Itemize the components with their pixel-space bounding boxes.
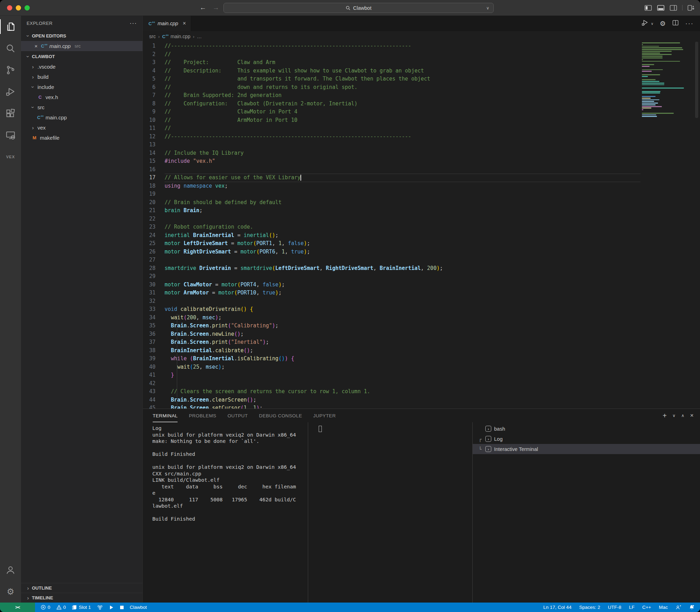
line-number[interactable]: 23 [143, 223, 165, 231]
tree-item-maincpp[interactable]: C++main.cpp [21, 112, 143, 123]
line-number[interactable]: 7 [143, 91, 165, 100]
status-utf8[interactable]: UTF-8 [608, 605, 621, 610]
tree-item-vex[interactable]: ›vex [21, 123, 143, 133]
line-number[interactable]: 30 [143, 281, 165, 289]
line-number[interactable]: 39 [143, 355, 165, 363]
maximize-panel-icon[interactable]: ∧ [681, 413, 684, 418]
code-line[interactable]: 2// [143, 50, 700, 59]
panel-tab-debug-console[interactable]: DEBUG CONSOLE [259, 409, 302, 422]
code-line[interactable]: 8// Configuration: Clawbot (Drivetrain 2… [143, 100, 700, 108]
code-line[interactable]: 12//------------------------------------… [143, 133, 700, 141]
code-line[interactable]: 7// Brain Supported: 2nd generation [143, 91, 700, 100]
slot-icon[interactable]: Slot 1 [72, 605, 91, 610]
explorer-icon[interactable] [0, 16, 21, 37]
line-number[interactable]: 32 [143, 297, 165, 306]
open-editor-item[interactable]: ×C++main.cppsrc [21, 41, 143, 51]
line-number[interactable]: 35 [143, 322, 165, 330]
settings-gear-icon[interactable]: ⚙ [0, 581, 21, 603]
line-number[interactable]: 4 [143, 67, 165, 75]
code-line[interactable]: 11// [143, 124, 700, 133]
search-icon[interactable] [0, 37, 21, 59]
code-line[interactable]: 21brain Brain; [143, 207, 700, 215]
line-number[interactable]: 8 [143, 100, 165, 108]
terminal-list-item[interactable]: ›bash [473, 424, 700, 434]
line-number[interactable]: 20 [143, 199, 165, 207]
code-line[interactable]: 23// Robot configuration code. [143, 223, 700, 231]
line-number[interactable]: 37 [143, 338, 165, 347]
command-center-search[interactable]: Clawbot ∨ [223, 3, 494, 13]
chevron-down-icon[interactable]: ∨ [486, 6, 490, 11]
code-line[interactable]: 31motor ArmMotor = motor(PORT10, true); [143, 289, 700, 297]
line-number[interactable]: 25 [143, 239, 165, 248]
tab-main-cpp[interactable]: C++ main.cpp × [143, 16, 191, 31]
interactive-terminal-pane[interactable] [308, 422, 473, 603]
status-mac[interactable]: Mac [659, 605, 668, 610]
run-or-debug-icon[interactable] [641, 19, 649, 28]
code-line[interactable]: 9// ClawMotor in Port 4 [143, 108, 700, 116]
line-number[interactable]: 13 [143, 141, 165, 149]
split-editor-icon[interactable] [672, 19, 679, 28]
extensions-icon[interactable] [0, 103, 21, 124]
line-number[interactable]: 41 [143, 371, 165, 380]
line-number[interactable]: 5 [143, 75, 165, 83]
new-terminal-icon[interactable]: + [663, 412, 667, 420]
code-line[interactable]: 28smartdrive Drivetrain = smartdrive(Lef… [143, 264, 700, 273]
tree-item-build[interactable]: ›build [21, 72, 143, 82]
close-panel-icon[interactable]: × [690, 412, 694, 419]
code-line[interactable]: 33void calibrateDrivetrain() { [143, 305, 700, 314]
code-line[interactable]: 18using namespace vex; [143, 182, 700, 190]
code-line[interactable]: 24inertial BrainInertial = inertial(); [143, 231, 700, 240]
account-icon[interactable] [0, 559, 21, 581]
code-line[interactable]: 5// and transports it forward. The Clawb… [143, 75, 700, 83]
line-number[interactable]: 19 [143, 190, 165, 199]
code-line[interactable]: 4// Description: This example will show … [143, 67, 700, 75]
code-line[interactable]: 36 Brain.Screen.newLine(); [143, 330, 700, 339]
line-number[interactable]: 26 [143, 248, 165, 256]
history-back-icon[interactable]: ← [200, 4, 206, 12]
more-actions-icon[interactable]: ··· [685, 20, 694, 27]
line-number[interactable]: 29 [143, 272, 165, 281]
code-line[interactable]: 15#include "vex.h" [143, 157, 700, 166]
breadcrumb[interactable]: src›C++main.cpp›… [143, 31, 700, 42]
tree-item-include[interactable]: ›include [21, 82, 143, 92]
vex-icon[interactable]: VEX [0, 146, 21, 168]
line-number[interactable]: 40 [143, 363, 165, 371]
remote-indicator[interactable]: >< [0, 603, 35, 612]
code-line[interactable]: 6// down and returns to its original spo… [143, 83, 700, 92]
status-spaces[interactable]: Spaces: 2 [579, 605, 600, 610]
line-number[interactable]: 3 [143, 58, 165, 67]
line-number[interactable]: 24 [143, 231, 165, 240]
line-number[interactable]: 10 [143, 116, 165, 125]
line-number[interactable]: 27 [143, 256, 165, 264]
code-line[interactable]: 3// Project: Claw and Arm [143, 58, 700, 67]
feedback-icon[interactable] [675, 605, 681, 610]
panel-tab-terminal[interactable]: TERMINAL [153, 409, 178, 422]
customize-layout-icon[interactable] [687, 5, 694, 11]
line-number[interactable]: 14 [143, 149, 165, 158]
line-number[interactable]: 22 [143, 215, 165, 223]
terminal-list-item[interactable]: └›Interactive Terminal [473, 444, 700, 454]
tree-item-src[interactable]: ›src [21, 102, 143, 112]
warning-icon[interactable]: 0 [56, 605, 66, 610]
zoom-window-button[interactable] [25, 5, 30, 11]
line-number[interactable]: 18 [143, 182, 165, 190]
close-window-button[interactable] [7, 5, 12, 11]
line-number[interactable]: 6 [143, 83, 165, 92]
vex-brain-icon[interactable] [97, 605, 103, 610]
close-tab-icon[interactable]: × [183, 20, 186, 27]
terminal-output[interactable]: Log unix build for platform vexiq2 on Da… [143, 422, 308, 603]
code-line[interactable]: 38 BrainInertial.calibrate(); [143, 347, 700, 355]
toggle-secondary-sidebar-icon[interactable] [670, 5, 677, 11]
error-icon[interactable]: 0 [41, 605, 50, 610]
status-ln[interactable]: Ln 17, Col 44 [543, 605, 571, 610]
line-number[interactable]: 17 [143, 174, 165, 182]
line-number[interactable]: 15 [143, 157, 165, 166]
code-line[interactable]: 20// Brain should be defined by default [143, 199, 700, 207]
code-line[interactable]: 19 [143, 190, 700, 199]
code-line[interactable]: 32 [143, 297, 700, 306]
code-line[interactable]: 26motor RightDriveSmart = motor(PORT6, 1… [143, 248, 700, 256]
close-editor-icon[interactable]: × [34, 43, 39, 49]
code-line[interactable]: 41 } [143, 371, 700, 380]
panel-tab-output[interactable]: OUTPUT [228, 409, 248, 422]
status-text[interactable]: Clawbot [130, 605, 147, 610]
